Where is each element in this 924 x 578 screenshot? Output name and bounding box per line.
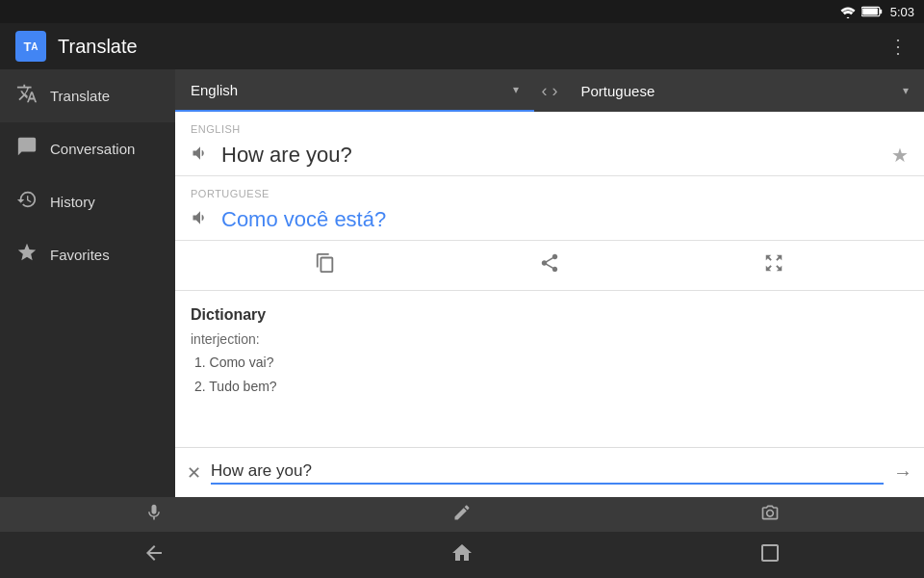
home-button[interactable] (450, 541, 474, 569)
source-section: ENGLISH How are you? ★ (175, 112, 924, 176)
back-button[interactable] (142, 541, 166, 569)
source-language-name: English (191, 82, 513, 98)
microphone-icon[interactable] (144, 503, 164, 527)
app-icon: TA (15, 31, 46, 62)
app-title: Translate (58, 36, 888, 58)
target-text: Como você está? (221, 207, 909, 232)
content-area: English ▾ ‹ › Portuguese ▾ ENGLISH How a… (175, 69, 924, 497)
history-sidebar-icon (15, 189, 38, 215)
language-swap-icon[interactable]: ‹ › (534, 81, 566, 101)
source-speaker-icon[interactable] (191, 144, 210, 168)
favorite-star-icon[interactable]: ★ (891, 144, 909, 167)
target-row: Como você está? (191, 207, 909, 232)
sidebar-translate-label: Translate (50, 88, 110, 104)
translate-sidebar-icon (15, 83, 38, 109)
status-icons: 5:03 (839, 5, 914, 19)
send-arrow-icon[interactable]: → (893, 461, 912, 484)
source-text: How are you? (221, 143, 880, 168)
dictionary-entry-2: 2. Tudo bem? (194, 375, 909, 399)
sidebar: Translate Conversation History Favorites (0, 69, 175, 497)
sidebar-history-label: History (50, 194, 95, 210)
dictionary-pos: interjection: (191, 331, 909, 347)
share-icon[interactable] (539, 252, 560, 278)
toolbar (0, 497, 924, 532)
main-layout: Translate Conversation History Favorites… (0, 69, 924, 497)
expand-icon[interactable] (763, 252, 784, 278)
recents-button[interactable] (758, 541, 782, 569)
title-bar: TA Translate ⋮ (0, 23, 924, 69)
svg-rect-2 (862, 8, 878, 14)
status-bar: 5:03 (0, 0, 924, 23)
sidebar-conversation-label: Conversation (50, 141, 135, 157)
target-language-selector[interactable]: Portuguese ▾ (566, 69, 925, 112)
clear-input-button[interactable]: ✕ (187, 462, 201, 484)
target-language-label: PORTUGUESE (191, 188, 909, 199)
source-language-selector[interactable]: English ▾ (175, 69, 534, 112)
dictionary-title: Dictionary (191, 306, 909, 324)
language-bar: English ▾ ‹ › Portuguese ▾ (175, 69, 924, 112)
pencil-icon[interactable] (452, 503, 472, 527)
sidebar-favorites-label: Favorites (50, 247, 110, 263)
wifi-icon (839, 5, 857, 18)
target-speaker-icon[interactable] (191, 208, 210, 232)
dictionary-entry-1: 1. Como vai? (194, 351, 909, 375)
more-menu-icon[interactable]: ⋮ (888, 35, 909, 58)
copy-icon[interactable] (315, 252, 336, 278)
translation-content: ENGLISH How are you? ★ PORTUGUESE Como v… (175, 112, 924, 447)
battery-icon (861, 6, 883, 17)
source-language-label: ENGLISH (191, 123, 909, 135)
sidebar-item-conversation[interactable]: Conversation (0, 122, 175, 175)
action-row (175, 241, 924, 291)
sidebar-item-history[interactable]: History (0, 175, 175, 228)
input-bar: ✕ → (175, 447, 924, 497)
camera-icon[interactable] (760, 503, 780, 527)
source-row: How are you? ★ (191, 143, 909, 168)
target-section: PORTUGUESE Como você está? (175, 176, 924, 241)
translation-input[interactable] (211, 461, 884, 485)
sidebar-item-translate[interactable]: Translate (0, 69, 175, 122)
svg-rect-1 (880, 10, 882, 14)
system-bar (0, 532, 924, 578)
dictionary-section: Dictionary interjection: 1. Como vai? 2.… (175, 291, 924, 414)
target-language-name: Portuguese (581, 83, 904, 99)
source-lang-dropdown-arrow: ▾ (513, 83, 519, 96)
conversation-sidebar-icon (15, 136, 38, 162)
sidebar-item-favorites[interactable]: Favorites (0, 228, 175, 281)
favorites-sidebar-icon (15, 242, 38, 268)
status-time: 5:03 (890, 5, 914, 19)
target-lang-dropdown-arrow: ▾ (903, 84, 909, 97)
